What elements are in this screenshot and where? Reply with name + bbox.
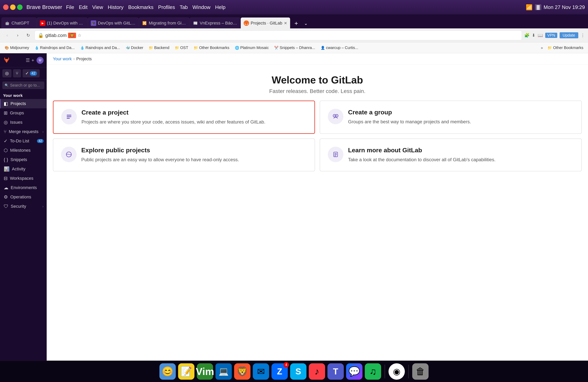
- tab-close-gitlab[interactable]: ✕: [284, 21, 287, 25]
- sidebar-item-merge-requests[interactable]: ⑂ Merge requests ›: [0, 127, 47, 136]
- bookmark-cwarcup[interactable]: 👤 cwarcup – Curtis...: [318, 45, 361, 51]
- sidebar-item-operations[interactable]: ⚙ Operations: [0, 192, 47, 202]
- page-subtitle: Faster releases. Better code. Less pain.: [53, 88, 582, 94]
- sidebar-item-label-merge-requests: Merge requests: [9, 129, 40, 134]
- sidebar-item-groups[interactable]: ⊞ Groups: [0, 108, 47, 118]
- breadcrumb-parent[interactable]: Your work: [53, 56, 72, 62]
- sidebar-search-bar[interactable]: 🔍 Search or go to...: [2, 82, 44, 89]
- sidebar-icon-group: ☰ +: [26, 58, 34, 63]
- dock-outlook[interactable]: ✉: [253, 363, 269, 380]
- dock-brave[interactable]: 🦁: [234, 363, 251, 380]
- breadcrumb-separator: ›: [73, 56, 75, 62]
- bookmark-docker[interactable]: 🐳 Docker: [123, 45, 146, 51]
- explore-projects-card[interactable]: Explore public projects Public projects …: [53, 138, 315, 171]
- sidebar-item-milestones[interactable]: ⬡ Milestones: [0, 146, 47, 155]
- bookmark-platinum[interactable]: 🌐 Platinum Mosaic: [232, 45, 271, 51]
- bookmark-label-ost: OST: [180, 45, 188, 50]
- sidebar-item-security[interactable]: 🛡 Security ›: [0, 202, 47, 211]
- tab-github[interactable]: 🔀 Migrating from GitHub Actions...: [139, 18, 189, 28]
- bookmark-label-midjourney: Midjourney: [10, 45, 29, 50]
- menu-bookmarks[interactable]: Bookmarks: [128, 4, 153, 10]
- dock-vim[interactable]: Vim: [197, 363, 213, 380]
- learn-gitlab-card[interactable]: Learn more about GitLab Take a look at t…: [320, 138, 582, 171]
- bookmark-ost[interactable]: 📁 OST: [172, 45, 190, 51]
- menu-history[interactable]: History: [108, 4, 124, 10]
- todo-shortcut-button[interactable]: ✓ 42: [22, 69, 40, 77]
- dock-trash[interactable]: 🗑: [412, 363, 429, 380]
- bookmark-other2[interactable]: 📁 Other Bookmarks: [545, 45, 586, 51]
- bookmark-raindrops2[interactable]: 💧 Raindrops and Da...: [78, 45, 123, 51]
- dock-chrome[interactable]: ◉: [388, 363, 405, 380]
- menu-window[interactable]: Window: [192, 4, 210, 10]
- sidebar-item-workspaces[interactable]: ⊟ Workspaces: [0, 174, 47, 183]
- create-group-card[interactable]: Create a group Groups are the best way t…: [320, 101, 582, 134]
- download-icon[interactable]: ⬇: [532, 33, 535, 38]
- maximize-button[interactable]: [17, 4, 22, 10]
- menu-profiles[interactable]: Profiles: [158, 4, 175, 10]
- bookmark-star-icon[interactable]: ☆: [78, 33, 82, 38]
- dock-spotify[interactable]: ♫: [365, 363, 381, 380]
- bookmarks-more-button[interactable]: »: [539, 45, 545, 51]
- sidebar-item-activity[interactable]: 📊 Activity: [0, 164, 47, 174]
- dock-teams[interactable]: T: [327, 363, 344, 380]
- bookmark-backend[interactable]: 📁 Backend: [147, 45, 172, 51]
- dock-finder[interactable]: 😊: [159, 363, 176, 380]
- extensions-icon[interactable]: 🧩: [524, 33, 529, 38]
- close-button[interactable]: [3, 4, 9, 10]
- dock-skype[interactable]: S: [290, 363, 306, 380]
- todo-icon: ✓: [4, 138, 8, 144]
- tab-overflow-button[interactable]: ⌄: [302, 18, 310, 28]
- menu-tab[interactable]: Tab: [180, 4, 188, 10]
- sidebar-item-snippets[interactable]: { } Snippets: [0, 155, 47, 164]
- sidebar-item-projects[interactable]: ◧ Projects: [0, 99, 47, 108]
- merge-requests-shortcut-button[interactable]: ⑂: [13, 69, 21, 77]
- create-project-card[interactable]: Create a project Projects are where you …: [53, 101, 315, 134]
- gitlab-logo[interactable]: [3, 56, 10, 64]
- menu-view[interactable]: View: [92, 4, 103, 10]
- dock-vscode[interactable]: 💻: [215, 363, 232, 380]
- sidebar-item-label-milestones: Milestones: [10, 148, 43, 153]
- url-text: gitlab.com: [45, 33, 66, 38]
- bookmark-label-other2: Other Bookmarks: [553, 45, 583, 50]
- project-icon: [65, 113, 73, 121]
- user-avatar[interactable]: U: [37, 57, 43, 64]
- menu-file[interactable]: File: [66, 4, 74, 10]
- dock-messenger[interactable]: 💬: [346, 363, 362, 380]
- sidebar-collapse-button[interactable]: ☰: [26, 58, 30, 63]
- battery-indicator: ▓: [535, 4, 541, 10]
- tab-chatgpt[interactable]: 🤖 ChatGPT: [1, 18, 37, 28]
- bookmark-raindrops1[interactable]: 💧 Raindrops and Da...: [32, 45, 77, 51]
- issues-shortcut-button[interactable]: ◎: [2, 69, 11, 77]
- new-tab-button[interactable]: +: [291, 18, 301, 28]
- minimize-button[interactable]: [10, 4, 16, 10]
- dock-zalo[interactable]: Z 4: [272, 363, 288, 380]
- bookmark-other1[interactable]: 📁 Other Bookmarks: [191, 45, 232, 51]
- bookmark-snippets[interactable]: ✂️ Snippets – Dhanra...: [272, 45, 317, 51]
- tab-gitlab[interactable]: 🦊 Projects · GitLab ✕: [241, 18, 290, 28]
- tab-devops2[interactable]: 🎓 DevOps with GitLab CI – Introdu...: [88, 18, 138, 28]
- svg-rect-11: [335, 156, 336, 156]
- menu-help[interactable]: Help: [215, 4, 225, 10]
- refresh-button[interactable]: ↻: [24, 31, 32, 40]
- sidebar: ☰ + U ◎ ⑂ ✓ 42 🔍 Search or go to... Your…: [0, 53, 47, 361]
- url-bar[interactable]: 🔒 gitlab.com 🦁 ☆: [35, 31, 522, 40]
- page-header: Welcome to GitLab Faster releases. Bette…: [47, 65, 588, 101]
- dock-notes[interactable]: 📝: [178, 363, 194, 380]
- vpn-badge[interactable]: VPN: [545, 33, 557, 38]
- update-button[interactable]: Update: [560, 32, 578, 38]
- menu-edit[interactable]: Edit: [79, 4, 88, 10]
- tab-vnexpress[interactable]: 📰 VnExpress – Báo tiếng Việt nhi...: [190, 18, 240, 28]
- sidebar-new-button[interactable]: +: [32, 58, 34, 63]
- menu-dots-icon[interactable]: ⋮: [581, 33, 585, 38]
- back-button[interactable]: ‹: [3, 31, 11, 40]
- vscode-icon: 💻: [219, 367, 229, 376]
- sidebar-item-todo[interactable]: ✓ To-Do List 42: [0, 136, 47, 146]
- sidebar-item-issues[interactable]: ◎ Issues: [0, 118, 47, 127]
- reader-mode-icon[interactable]: 📖: [538, 33, 543, 38]
- bookmark-midjourney[interactable]: 🎨 Midjourney: [2, 45, 32, 51]
- sidebar-item-environments[interactable]: ☁ Environments: [0, 183, 47, 192]
- brave-shield-icon[interactable]: 🦁: [68, 33, 76, 38]
- dock-music[interactable]: ♪: [309, 363, 325, 380]
- tab-devops1[interactable]: ▶ (1) DevOps with GitLab CI Cour...: [37, 18, 87, 28]
- forward-button[interactable]: ›: [14, 31, 22, 40]
